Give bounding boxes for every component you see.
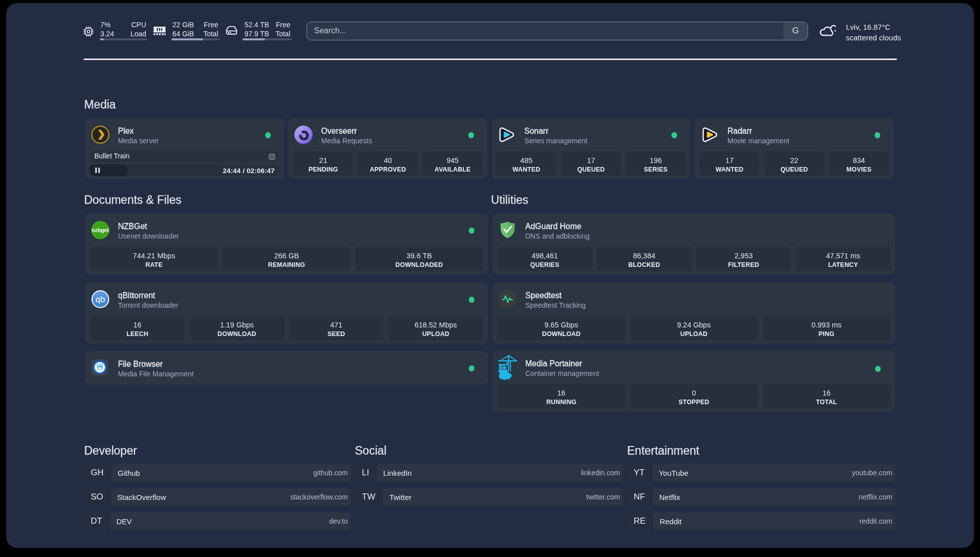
svg-text:qb: qb — [96, 295, 105, 304]
svg-text:nzbget: nzbget — [92, 227, 109, 233]
